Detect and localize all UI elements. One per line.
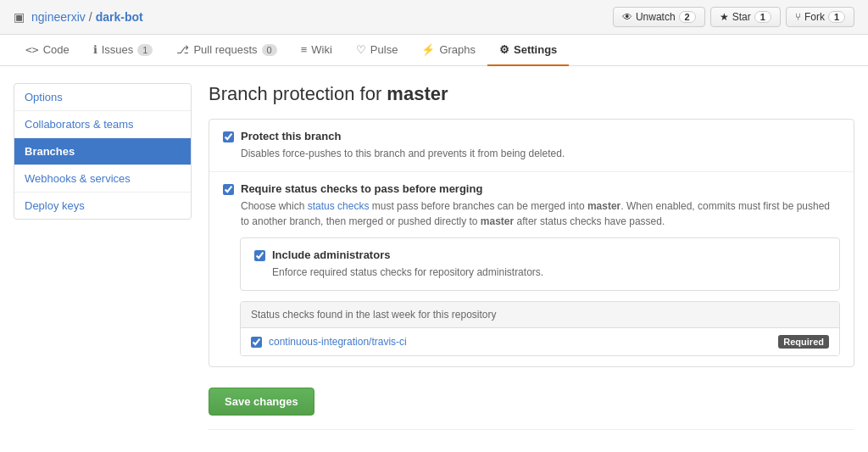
tab-issues[interactable]: ℹ Issues 1 xyxy=(81,35,165,66)
include-admins-header: Include administrators xyxy=(254,248,826,261)
branch-protection-section: Protect this branch Disables force-pushe… xyxy=(209,119,854,367)
sidebar-item-branches[interactable]: Branches xyxy=(14,138,191,165)
page-title-text: Branch protection for xyxy=(209,83,381,104)
tab-wiki[interactable]: ≡ Wiki xyxy=(289,35,344,66)
tab-graphs-label: Graphs xyxy=(439,43,476,56)
tab-issues-label: Issues xyxy=(102,43,134,56)
include-admins-section: Include administrators Enforce required … xyxy=(240,237,840,291)
eye-icon: 👁 xyxy=(622,11,632,23)
include-admins-option: Include administrators Enforce required … xyxy=(241,238,839,290)
include-admins-label: Include administrators xyxy=(272,248,390,261)
tab-pull-requests[interactable]: ⎇ Pull requests 0 xyxy=(164,35,288,66)
require-status-checks-checkbox[interactable] xyxy=(223,184,234,195)
status-checks-link[interactable]: status checks xyxy=(308,200,370,212)
protect-branch-desc: Disables force-pushes to this branch and… xyxy=(241,146,840,161)
tab-bar: <> Code ℹ Issues 1 ⎇ Pull requests 0 ≡ W… xyxy=(0,35,868,66)
repo-actions: 👁 Unwatch 2 ★ Star 1 ⑂ Fork 1 xyxy=(613,7,854,27)
sidebar: Options Collaborators & teams Branches W… xyxy=(14,83,192,220)
sidebar-item-webhooks-services[interactable]: Webhooks & services xyxy=(14,165,191,193)
sidebar-item-deploy-keys[interactable]: Deploy keys xyxy=(14,193,191,219)
content-area: Branch protection for master Protect thi… xyxy=(209,83,854,430)
graphs-icon: ⚡ xyxy=(421,43,435,56)
branch-name: master xyxy=(387,83,448,104)
repo-name[interactable]: dark-bot xyxy=(96,10,143,24)
sidebar-item-collaborators-teams[interactable]: Collaborators & teams xyxy=(14,111,191,138)
top-nav: ▣ ngineerxiv / dark-bot 👁 Unwatch 2 ★ St… xyxy=(0,0,868,35)
fork-label: Fork xyxy=(804,11,825,23)
fork-button[interactable]: ⑂ Fork 1 xyxy=(786,7,854,27)
code-icon: <> xyxy=(25,43,39,56)
wiki-icon: ≡ xyxy=(301,43,308,56)
main-layout: Options Collaborators & teams Branches W… xyxy=(0,66,868,447)
travis-ci-checkbox[interactable] xyxy=(251,337,262,348)
issues-badge: 1 xyxy=(137,44,153,56)
require-status-checks-label: Require status checks to pass before mer… xyxy=(241,182,482,195)
tab-code[interactable]: <> Code xyxy=(14,35,81,66)
include-admins-checkbox[interactable] xyxy=(254,250,265,261)
star-button[interactable]: ★ Star 1 xyxy=(710,7,781,27)
protect-branch-header: Protect this branch xyxy=(223,130,840,142)
status-check-row: continuous-integration/travis-ci Require… xyxy=(241,328,839,355)
issues-icon: ℹ xyxy=(93,43,97,56)
repo-icon: ▣ xyxy=(14,10,25,24)
tab-pull-requests-label: Pull requests xyxy=(193,43,257,56)
save-changes-button[interactable]: Save changes xyxy=(209,388,314,416)
tab-settings-label: Settings xyxy=(514,43,557,56)
star-count: 1 xyxy=(754,11,771,23)
unwatch-count: 2 xyxy=(679,11,696,23)
include-admins-desc: Enforce required status checks for repos… xyxy=(272,265,826,280)
require-status-checks-header: Require status checks to pass before mer… xyxy=(223,182,840,195)
pull-requests-badge: 0 xyxy=(262,44,277,56)
repo-separator: / xyxy=(89,10,92,24)
page-title: Branch protection for master xyxy=(209,83,854,105)
require-status-checks-desc: Choose which status checks must pass bef… xyxy=(241,198,840,229)
status-checks-panel: Status checks found in the last week for… xyxy=(240,301,840,356)
tab-pulse-label: Pulse xyxy=(370,43,398,56)
repo-owner[interactable]: ngineerxiv xyxy=(31,10,86,24)
require-status-checks-option: Require status checks to pass before mer… xyxy=(209,172,854,366)
travis-ci-name: continuous-integration/travis-ci xyxy=(269,336,407,348)
fork-count: 1 xyxy=(828,11,845,23)
fork-icon: ⑂ xyxy=(795,11,801,23)
settings-icon: ⚙ xyxy=(499,43,509,56)
unwatch-label: Unwatch xyxy=(636,11,676,23)
tab-graphs[interactable]: ⚡ Graphs xyxy=(409,35,487,66)
tab-code-label: Code xyxy=(43,43,70,56)
protect-branch-option: Protect this branch Disables force-pushe… xyxy=(209,120,854,172)
star-label: Star xyxy=(732,11,751,23)
tab-pulse[interactable]: ♡ Pulse xyxy=(344,35,410,66)
protect-branch-label: Protect this branch xyxy=(241,130,341,142)
protect-branch-checkbox[interactable] xyxy=(223,131,234,142)
repo-title: ▣ ngineerxiv / dark-bot xyxy=(14,10,143,24)
pulse-icon: ♡ xyxy=(356,43,366,56)
required-badge: Required xyxy=(778,335,829,349)
bottom-divider xyxy=(209,429,854,430)
unwatch-button[interactable]: 👁 Unwatch 2 xyxy=(613,7,705,27)
status-checks-panel-header: Status checks found in the last week for… xyxy=(241,302,839,328)
star-icon: ★ xyxy=(720,11,729,23)
tab-settings[interactable]: ⚙ Settings xyxy=(487,35,569,66)
status-check-left: continuous-integration/travis-ci xyxy=(251,336,407,348)
sidebar-item-options[interactable]: Options xyxy=(14,84,191,111)
pull-requests-icon: ⎇ xyxy=(176,43,189,56)
tab-wiki-label: Wiki xyxy=(311,43,332,56)
